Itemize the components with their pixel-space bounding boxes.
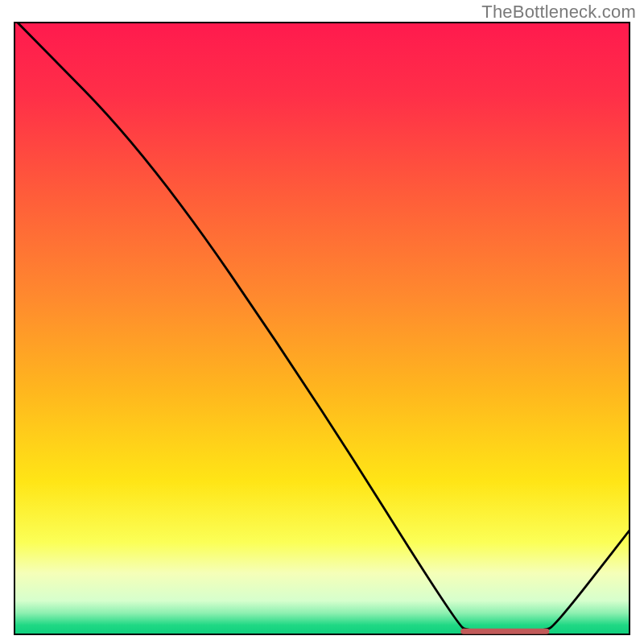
bottleneck-chart bbox=[0, 0, 644, 644]
chart-stage: TheBottleneck.com bbox=[0, 0, 644, 644]
watermark-text: TheBottleneck.com bbox=[481, 2, 636, 23]
